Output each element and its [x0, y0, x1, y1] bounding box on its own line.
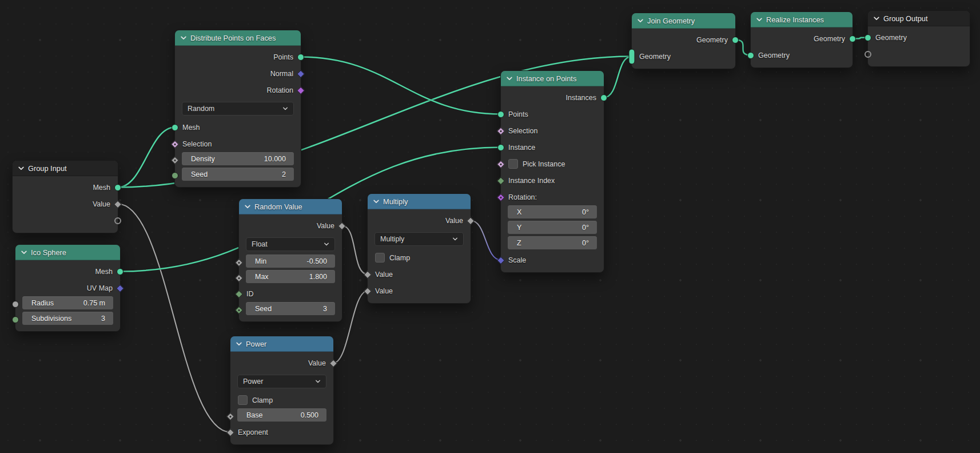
socket-row-rotation: Rotation: — [501, 189, 604, 205]
field-row-seed: Seed2 — [175, 168, 301, 183]
node-link[interactable] — [118, 204, 230, 432]
node-header[interactable]: Group Input — [13, 161, 118, 176]
node-instance_on_points[interactable]: Instance on PointsInstancesPointsSelecti… — [500, 70, 604, 273]
socket-in-geo_in[interactable] — [747, 52, 754, 59]
field-base[interactable]: Base0.500 — [237, 408, 326, 422]
socket-out-geo_out[interactable] — [849, 35, 856, 42]
collapse-chevron-icon[interactable] — [181, 36, 186, 40]
node-group_output[interactable]: Group OutputGeometry — [867, 10, 970, 67]
node-group_input[interactable]: Group InputMeshValue — [12, 160, 118, 233]
field-value: 0° — [582, 239, 589, 247]
socket-field-dot — [174, 158, 176, 161]
node-distribute[interactable]: Distribute Points on FacesPointsNormalRo… — [174, 30, 301, 188]
node-link[interactable] — [471, 221, 501, 260]
node-editor-canvas[interactable]: Group InputMeshValueIco SphereMeshUV Map… — [0, 0, 980, 453]
collapse-chevron-icon[interactable] — [18, 166, 24, 170]
field-label: Seed — [255, 305, 272, 313]
dropdown-row: Random — [175, 98, 301, 119]
collapse-chevron-icon[interactable] — [245, 205, 250, 209]
socket-out-mesh[interactable] — [114, 184, 121, 191]
socket-row-value: Value — [368, 212, 471, 229]
node-header[interactable]: Realize Instances — [751, 12, 852, 27]
collapse-chevron-icon[interactable] — [756, 18, 762, 22]
dropdown-value: Random — [188, 105, 214, 113]
field-rot_y[interactable]: Y0° — [508, 221, 597, 234]
socket-label: Value — [317, 222, 334, 230]
node-title: Distribute Points on Faces — [190, 34, 276, 42]
socket-out-geo_out[interactable] — [732, 37, 739, 43]
socket-label: Value — [375, 271, 393, 279]
node-link[interactable] — [118, 128, 175, 188]
node-header[interactable]: Distribute Points on Faces — [175, 30, 301, 46]
socket-out-virtual[interactable] — [114, 217, 121, 224]
field-rot_x[interactable]: X0° — [508, 205, 597, 218]
socket-out-instances[interactable] — [600, 94, 607, 101]
node-power[interactable]: PowerValuePowerClampBase0.500Exponent — [230, 336, 334, 445]
dropdown-row: Float — [239, 234, 342, 255]
dropdown-operation[interactable]: Multiply — [375, 232, 464, 246]
node-join_geometry[interactable]: Join GeometryGeometryGeometry — [631, 13, 736, 69]
node-header[interactable]: Multiply — [368, 194, 471, 209]
field-subdivisions[interactable]: Subdivisions3 — [22, 312, 113, 325]
field-min[interactable]: Min-0.500 — [246, 255, 335, 268]
socket-in-mesh_in[interactable] — [172, 124, 178, 131]
node-link[interactable] — [342, 226, 368, 275]
checkbox-clamp[interactable] — [238, 395, 248, 405]
field-label: Radius — [31, 299, 54, 307]
socket-in-points[interactable] — [497, 111, 504, 118]
collapse-chevron-icon[interactable] — [236, 342, 242, 346]
node-rows: MeshValue — [13, 176, 118, 233]
dropdown-operation[interactable]: Power — [237, 375, 326, 388]
checkbox-label: Clamp — [389, 254, 410, 262]
node-header[interactable]: Group Output — [868, 11, 970, 26]
socket-row-geo_out: Geometry — [632, 31, 735, 48]
node-ico_sphere[interactable]: Ico SphereMeshUV MapRadius0.75 mSubdivis… — [15, 244, 121, 332]
node-header[interactable]: Ico Sphere — [15, 245, 120, 260]
checkbox-clamp[interactable] — [375, 253, 385, 263]
field-label: Z — [517, 239, 521, 247]
field-radius[interactable]: Radius0.75 m — [22, 296, 113, 309]
collapse-chevron-icon[interactable] — [638, 19, 643, 23]
collapse-chevron-icon[interactable] — [21, 251, 27, 255]
collapse-chevron-icon[interactable] — [507, 77, 512, 81]
node-realize_instances[interactable]: Realize InstancesGeometryGeometry — [750, 11, 853, 68]
node-header[interactable]: Random Value — [239, 199, 342, 214]
socket-out-mesh[interactable] — [117, 268, 124, 275]
socket-out-points[interactable] — [297, 54, 304, 61]
socket-field-dot — [238, 261, 240, 263]
field-value: 0° — [582, 208, 589, 216]
field-seed[interactable]: Seed3 — [246, 302, 335, 315]
field-row-seed: Seed3 — [239, 302, 342, 317]
field-density[interactable]: Density10.000 — [182, 152, 294, 165]
field-max[interactable]: Max1.800 — [246, 270, 335, 283]
node-link[interactable] — [604, 57, 632, 98]
field-seed[interactable]: Seed2 — [182, 168, 294, 181]
socket-label: Geometry — [875, 34, 907, 42]
socket-in-geo_in[interactable] — [629, 49, 635, 64]
socket-field-dot — [238, 276, 240, 279]
socket-in-radius[interactable] — [12, 301, 19, 308]
socket-in-subdivisions[interactable] — [12, 316, 19, 323]
node-header[interactable]: Join Geometry — [632, 13, 735, 29]
node-random_value[interactable]: Random ValueValueFloatMin-0.500Max1.800I… — [238, 198, 342, 322]
collapse-chevron-icon[interactable] — [373, 200, 379, 204]
node-header[interactable]: Instance on Points — [501, 71, 604, 86]
socket-field-dot — [500, 162, 502, 165]
socket-row-scale: Scale — [501, 252, 604, 268]
socket-in-seed[interactable] — [172, 172, 178, 179]
field-rot_z[interactable]: Z0° — [508, 236, 597, 249]
dropdown-method[interactable]: Random — [182, 102, 294, 116]
checkbox-pick_instance[interactable] — [508, 159, 518, 169]
socket-in-instance[interactable] — [497, 144, 504, 151]
node-multiply[interactable]: MultiplyValueMultiplyClampValueValue — [367, 193, 471, 304]
dropdown-data_type[interactable]: Float — [246, 237, 335, 251]
node-header[interactable]: Power — [230, 336, 333, 352]
field-value: 2 — [282, 170, 286, 178]
socket-in-geometry[interactable] — [865, 34, 871, 41]
socket-row-mesh_in: Mesh — [175, 119, 301, 136]
socket-label: Points — [508, 110, 528, 118]
socket-label: ID — [246, 290, 254, 298]
field-row-density: Density10.000 — [175, 152, 301, 168]
socket-in-virtual[interactable] — [865, 51, 871, 58]
collapse-chevron-icon[interactable] — [874, 17, 879, 21]
